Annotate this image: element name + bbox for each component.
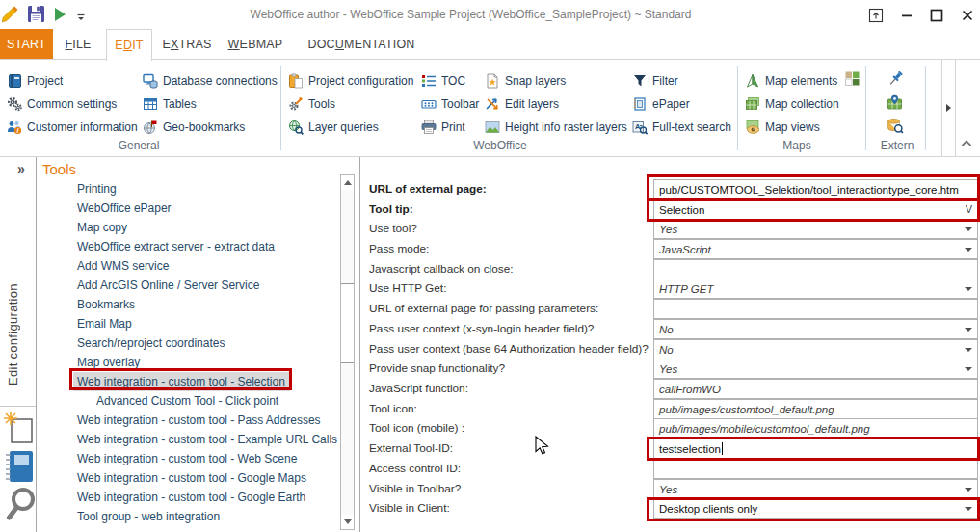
- form-label: Pass mode:: [369, 239, 429, 259]
- dropdown-arrow-icon[interactable]: [965, 367, 972, 371]
- tree-item[interactable]: Web integration - custom tool - Google M…: [77, 468, 306, 488]
- maximize-button[interactable]: [928, 7, 945, 24]
- form-label: JavaScript function:: [369, 379, 468, 399]
- form-label: Tool icon:: [369, 399, 417, 419]
- tree-item[interactable]: Web integration - custom tool - Pass Add…: [77, 411, 321, 430]
- tree-item[interactable]: Web integration - custom tool - Web Scen…: [77, 449, 297, 468]
- collapse-ribbon-button[interactable]: [960, 137, 973, 154]
- minimize-button[interactable]: [898, 7, 915, 24]
- database-search-icon[interactable]: [887, 118, 904, 139]
- ribbon-item-toc[interactable]: TOC: [421, 71, 465, 91]
- access-control-id-input[interactable]: [653, 459, 978, 479]
- tree-item[interactable]: Web integration - custom tool - Google E…: [77, 488, 305, 507]
- ribbon-item-edit-layers[interactable]: Edit layers: [485, 94, 559, 114]
- dropdown-arrow-icon[interactable]: [965, 348, 972, 352]
- ribbon-group-label-weboffice: WebOffice: [462, 139, 539, 152]
- search-icon[interactable]: [4, 486, 37, 528]
- full-text-search-icon: A: [632, 120, 648, 135]
- tree-item[interactable]: Search/reproject coordinates: [77, 333, 225, 353]
- visible-in-toolbar-select[interactable]: Yes: [653, 479, 978, 499]
- ribbon-item-map-elements[interactable]: Map elements: [745, 71, 837, 91]
- tree-item[interactable]: WebOffice ePaper: [77, 199, 172, 218]
- close-button[interactable]: [959, 7, 976, 24]
- pushpin-icon[interactable]: [885, 69, 906, 94]
- ribbon-item-database-connections[interactable]: Database connections: [143, 71, 278, 91]
- url-for-passing-parameters-input[interactable]: [653, 299, 978, 319]
- map-views-icon: [745, 120, 760, 135]
- dropdown-arrow-icon[interactable]: [965, 227, 972, 231]
- ribbon-item-project-configuration[interactable]: Project configuration: [288, 71, 413, 91]
- ribbon-item-snap-layers[interactable]: Snap layers: [485, 71, 566, 91]
- tab-webmap[interactable]: WEBMAP: [225, 29, 286, 60]
- ribbon-item-full-text-search[interactable]: AFull-text search: [632, 118, 731, 137]
- tree-scrollbar[interactable]: [340, 174, 355, 530]
- green-arrow-icon[interactable]: [13, 527, 26, 532]
- tool-icon-mobile-input[interactable]: pub/images/mobile/customtool_default.png: [653, 418, 978, 439]
- javascript-callback-on-close-input[interactable]: [653, 259, 978, 279]
- scrollbar-thumb[interactable]: [341, 283, 354, 363]
- ribbon-item-height-info-raster-layers[interactable]: Height info raster layers: [485, 118, 627, 137]
- scroll-down-button[interactable]: [341, 515, 354, 529]
- tree-item[interactable]: Add WMS service: [77, 256, 169, 276]
- dropdown-arrow-icon[interactable]: [965, 488, 972, 492]
- new-item-icon[interactable]: [2, 411, 35, 449]
- scroll-up-button[interactable]: [341, 175, 354, 190]
- pass-user-context-base64-select[interactable]: No: [653, 339, 978, 359]
- map-elements-grid-icon[interactable]: [845, 71, 860, 90]
- map-pin-icon[interactable]: [887, 94, 903, 115]
- ribbon-item-common-settings[interactable]: Common settings: [7, 94, 117, 114]
- window-title: WebOffice author - WebOffice Sample Proj…: [0, 8, 961, 21]
- ribbon-item-tools[interactable]: Tools: [288, 94, 335, 114]
- javascript-function-input[interactable]: callFromWO: [653, 379, 978, 399]
- snap-layers-icon: [485, 73, 500, 89]
- ribbon-item-map-views[interactable]: Map views: [745, 118, 820, 137]
- ribbon-item-customer-information[interactable]: iCustomer information: [7, 118, 138, 137]
- tab-start[interactable]: START: [0, 29, 53, 60]
- notebook-icon[interactable]: [3, 449, 34, 488]
- dropdown-arrow-icon[interactable]: [965, 287, 972, 291]
- tree-item[interactable]: Advanced Custom Tool - Click point: [96, 391, 278, 411]
- gears-icon: [7, 96, 22, 112]
- form-label: Visible in Client:: [369, 498, 450, 519]
- map-collection-icon: [745, 96, 760, 112]
- pass-mode-select[interactable]: JavaScript: [653, 239, 978, 259]
- use-http-get-select[interactable]: HTTP GET: [653, 279, 978, 299]
- ribbon-item-geo-bookmarks[interactable]: Geo-bookmarks: [143, 118, 245, 137]
- ribbon-item-filter[interactable]: Filter: [632, 71, 678, 91]
- tree-item[interactable]: Email Map: [77, 314, 132, 333]
- ribbon-side-strip[interactable]: [941, 60, 956, 156]
- tree-item[interactable]: Printing: [77, 179, 117, 199]
- tree-item[interactable]: WebOffice extract server - extract data: [77, 237, 275, 256]
- provide-snap-functionality-select[interactable]: Yes: [653, 359, 978, 379]
- tab-file[interactable]: FILE: [55, 29, 101, 60]
- database-connections-icon: [143, 73, 158, 89]
- tree-item[interactable]: Bookmarks: [77, 295, 135, 314]
- tab-documentation[interactable]: DOCUMENTATION: [310, 29, 412, 60]
- ribbon-item-epaper[interactable]: ePaper: [632, 94, 690, 114]
- form-label: Pass user context (x-syn-login header fi…: [369, 319, 594, 339]
- tree-item[interactable]: Web integration - custom tool - Example …: [77, 430, 337, 449]
- ribbon-item-layer-queries[interactable]: Layer queries: [288, 118, 379, 137]
- tree-item[interactable]: Tool group - web integration: [77, 507, 220, 526]
- tree-item[interactable]: Map copy: [77, 218, 127, 237]
- form-label: Use HTTP Get:: [369, 279, 446, 299]
- ribbon-item-print[interactable]: Print: [421, 118, 465, 137]
- height-info-raster-icon: [485, 120, 500, 135]
- tool-icon-input[interactable]: pub/images/customtool_default.png: [653, 399, 978, 419]
- tab-edit[interactable]: EDIT: [106, 29, 152, 61]
- ribbon-display-options-button[interactable]: [867, 7, 885, 24]
- tools-gear-wrench-icon: [288, 96, 304, 112]
- tree-item[interactable]: Add ArcGIS Online / Server Service: [77, 276, 259, 295]
- collapse-panel-button[interactable]: »: [17, 161, 25, 176]
- ribbon-item-tables[interactable]: Tables: [143, 94, 197, 114]
- dropdown-arrow-icon[interactable]: [965, 248, 972, 252]
- ribbon-item-project[interactable]: Project: [7, 71, 63, 91]
- ribbon-item-toolbar[interactable]: Toolbar: [421, 94, 479, 114]
- use-tool-select[interactable]: Yes: [653, 219, 978, 239]
- form-label: Javascript callback on close:: [369, 259, 514, 279]
- ribbon-item-map-collection[interactable]: Map collection: [745, 94, 839, 114]
- rail-divider-line: [0, 406, 36, 407]
- dropdown-arrow-icon[interactable]: [965, 328, 972, 332]
- tab-extras[interactable]: EXTRAS: [160, 29, 214, 60]
- pass-user-context-xsyn-select[interactable]: No: [653, 319, 978, 339]
